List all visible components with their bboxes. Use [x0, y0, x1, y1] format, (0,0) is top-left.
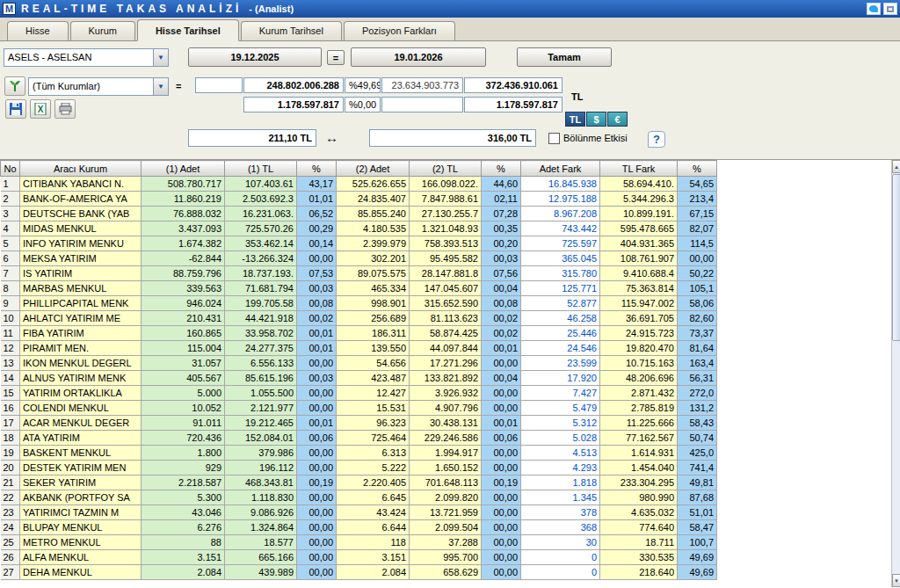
table-row[interactable]: 22AKBANK (PORTFOY SA5.3001.118.83000,006… [1, 490, 892, 505]
twitter-icon[interactable] [867, 3, 881, 15]
table-cell: 423.487 [337, 371, 410, 386]
table-row[interactable]: 17ACAR MENKUL DEGER91.01119.212.46500,01… [1, 416, 892, 431]
header-cell[interactable]: (2) TL [410, 161, 482, 177]
table-row[interactable]: 2BANK-OF-AMERICA YA11.860.2192.503.692.3… [1, 192, 892, 207]
table-cell: 15.531 [337, 401, 410, 416]
tab-hisse[interactable]: Hisse [7, 21, 69, 40]
tab-hisse-tarihsel[interactable]: Hisse Tarihsel [137, 19, 239, 41]
table-cell: -13.266.324 [225, 251, 297, 266]
table-cell: 995.700 [410, 550, 482, 565]
table-cell: 5.312 [521, 416, 600, 431]
table-cell: PIRAMIT MEN. [20, 341, 142, 356]
table-cell: MIDAS MENKUL [20, 221, 142, 236]
date-end-button[interactable]: 19.01.2026 [351, 47, 486, 67]
table-row[interactable]: 5INFO YATIRIM MENKU1.674.382353.462.1400… [1, 236, 892, 251]
table-cell: COLENDI MENKUL [20, 401, 142, 416]
header-cell[interactable]: Aracı Kurum [20, 161, 142, 177]
table-row[interactable]: 10AHLATCI YATIRIM ME210.43144.421.91800,… [1, 311, 892, 326]
save-button[interactable] [5, 99, 26, 119]
table-cell: 25 [1, 535, 20, 550]
confirm-button[interactable]: Tamam [517, 47, 612, 67]
row-filler [717, 431, 892, 446]
header-cell[interactable]: % [678, 161, 717, 177]
table-cell: 43.424 [337, 505, 410, 520]
table-row[interactable]: 11FIBA YATIRIM160.86533.958.70200,01186.… [1, 326, 892, 341]
table-row[interactable]: 18ATA YATIRIM720.436152.084.0100,06725.4… [1, 431, 892, 446]
symbol-select[interactable]: ASELS - ASELSAN ▼ [4, 48, 169, 67]
price-high-field[interactable]: 316,00 TL [369, 129, 536, 147]
table-row[interactable]: 24BLUPAY MENKUL6.2761.324.86400,006.6442… [1, 520, 892, 535]
export-plant-icon[interactable] [4, 76, 25, 96]
table-row[interactable]: 20DESTEK YATIRIM MEN929196.11200,005.222… [1, 461, 892, 475]
window-control-icon[interactable] [883, 3, 897, 15]
header-cell[interactable]: (1) Adet [142, 161, 225, 177]
table-row[interactable]: 1CITIBANK YABANCI N.508.780.717107.403.6… [1, 177, 892, 192]
table-row[interactable]: 23YATIRIMCI TAZMIN M43.0469.086.92600,00… [1, 505, 892, 520]
table-cell: 980.990 [600, 490, 678, 505]
table-cell: 17.920 [521, 371, 600, 386]
broker-select[interactable]: (Tüm Kurumlar) ▼ [28, 77, 169, 96]
currency-usd-button[interactable]: $ [586, 112, 606, 127]
header-cell[interactable]: % [297, 161, 337, 177]
table-cell: 139.550 [337, 341, 410, 356]
table-cell: 00,00 [297, 401, 337, 416]
table-row[interactable]: 19BASKENT MENKUL1.800379.98600,006.3131.… [1, 446, 892, 461]
table-cell: 131,2 [678, 401, 717, 416]
table-cell: 24.915.723 [600, 326, 678, 341]
table-row[interactable]: 27DEHA MENKUL2.084439.98900,002.084658.6… [1, 565, 892, 580]
header-cell[interactable]: (1) TL [225, 161, 297, 177]
chevron-down-icon[interactable]: ▼ [153, 49, 168, 66]
equals-button[interactable]: = [327, 50, 345, 65]
header-cell[interactable]: No [1, 161, 20, 177]
row-filler [717, 505, 892, 520]
table-cell: 49,81 [678, 475, 717, 490]
table-cell: 3 [1, 207, 20, 221]
table-row[interactable]: 15YATIRIM ORTAKLIKLA5.0001.055.50000,001… [1, 386, 892, 401]
table-row[interactable]: 9PHILLIPCAPITAL MENK946.024199.705.5800,… [1, 296, 892, 311]
vertical-scrollbar[interactable]: ▲ ▼ [891, 160, 900, 587]
tab-kurum-tarihsel[interactable]: Kurum Tarihsel [241, 21, 342, 40]
table-row[interactable]: 7IS YATIRIM88.759.79618.737.193.07,5389.… [1, 266, 892, 281]
currency-tl-button[interactable]: TL [565, 112, 585, 127]
table-row[interactable]: 6MEKSA YATIRIM-62.844-13.266.32400,00302… [1, 251, 892, 266]
scroll-up-icon[interactable]: ▲ [892, 160, 900, 173]
row-filler [717, 296, 892, 311]
row-filler [717, 446, 892, 461]
table-row[interactable]: 25METRO MENKUL8818.57700,0011837.28800,0… [1, 535, 892, 550]
split-effect-checkbox[interactable] [548, 133, 560, 144]
table-row[interactable]: 16COLENDI MENKUL10.0522.121.97700,0015.5… [1, 401, 892, 416]
sum1-tl-field: 372.436.910.061 [464, 77, 562, 93]
filter-input[interactable] [195, 77, 243, 93]
currency-eur-button[interactable]: € [607, 112, 628, 127]
table-row[interactable]: 3DEUTSCHE BANK (YAB76.888.03216.231.063.… [1, 207, 892, 221]
table-row[interactable]: 8MARBAS MENKUL339.56371.681.79400,03465.… [1, 281, 892, 296]
tab-kurum[interactable]: Kurum [70, 21, 135, 40]
table-cell: 929 [142, 461, 225, 475]
header-cell[interactable]: (2) Adet [337, 161, 410, 177]
table-row[interactable]: 26ALFA MENKUL3.151665.16600,003.151995.7… [1, 550, 892, 565]
table-row[interactable]: 12PIRAMIT MEN.115.00424.277.37500,01139.… [1, 341, 892, 356]
date-start-button[interactable]: 19.12.2025 [188, 47, 322, 67]
table-row[interactable]: 13IKON MENKUL DEGERL31.0576.556.13300,00… [1, 356, 892, 371]
row-filler [717, 401, 892, 416]
help-button[interactable]: ? [648, 131, 665, 148]
table-cell: 439.989 [225, 565, 297, 580]
excel-export-button[interactable]: X [30, 99, 51, 119]
header-cell[interactable]: Adet Fark [521, 161, 600, 177]
price-low-field[interactable]: 211,10 TL [188, 129, 316, 147]
header-cell[interactable]: TL Fark [600, 161, 678, 177]
scroll-down-icon[interactable]: ▼ [892, 574, 900, 587]
header-cell[interactable]: % [482, 161, 521, 177]
table-cell: 00,01 [482, 416, 521, 431]
table-cell: 368 [521, 520, 600, 535]
table-row[interactable]: 4MIDAS MENKUL3.437.093725.570.2600,294.1… [1, 221, 892, 236]
currency-toggle: TL $ € [565, 112, 628, 127]
tab-pozisyon-farklari[interactable]: Pozisyon Farkları [344, 21, 455, 40]
table-row[interactable]: 14ALNUS YATIRIM MENK405.56785.615.19600,… [1, 371, 892, 386]
table-row[interactable]: 21SEKER YATIRIM2.218.587468.343.8100,192… [1, 475, 892, 490]
print-button[interactable] [54, 99, 76, 119]
scrollbar-thumb[interactable] [892, 174, 900, 341]
chevron-down-icon[interactable]: ▼ [153, 78, 168, 95]
row-filler [717, 266, 892, 281]
table-cell: 18.711 [600, 535, 678, 550]
